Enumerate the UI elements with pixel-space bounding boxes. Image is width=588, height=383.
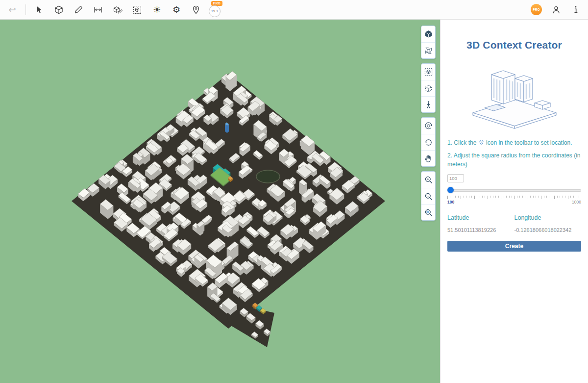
slider-ticks (447, 196, 581, 199)
magnifier-plus-icon (424, 175, 433, 184)
pro-ribbon: PRO (211, 1, 222, 6)
radius-slider[interactable] (447, 187, 581, 194)
undo-button[interactable]: ↩ (4, 1, 21, 18)
longitude-label: Longitude (514, 214, 582, 221)
select-cube-icon (424, 67, 433, 77)
version-number: 19.1 (209, 5, 220, 17)
context-illustration (447, 57, 581, 130)
create-button[interactable]: Create (447, 241, 581, 252)
step2-text: 2. Adjust the square radius from the coo… (447, 151, 581, 169)
slider-thumb[interactable] (447, 187, 454, 193)
zoom-window-button[interactable] (421, 188, 435, 204)
longitude-block: Longitude -0.12618066018022342 (514, 214, 582, 233)
coordinates: Latitude 51.50101113819226 Longitude -0.… (447, 214, 581, 233)
measure-tool-button[interactable] (90, 1, 106, 18)
info-button[interactable] (567, 1, 584, 18)
city-model[interactable] (0, 20, 440, 383)
orbit-icon (424, 121, 433, 130)
panel-title: 3D Context Creator (447, 39, 581, 51)
draw-tool-button[interactable] (70, 1, 87, 18)
info-icon (571, 5, 581, 15)
rotate-view-button[interactable] (421, 134, 435, 150)
slider-max-label: 1000 (572, 200, 581, 204)
version-badge[interactable]: PRO 19.1 (207, 1, 223, 19)
measure-icon (93, 5, 103, 15)
settings-button[interactable]: ⚙ (168, 1, 185, 18)
slider-min-label: 100 (447, 200, 454, 204)
unfold-view-button[interactable] (421, 42, 435, 58)
orbit-button[interactable] (421, 118, 435, 134)
pencil-icon (74, 5, 83, 15)
step1-prefix: 1. Click the (447, 139, 476, 146)
select-cube-icon (132, 5, 142, 15)
magnifier-cube-icon (424, 208, 433, 217)
hand-icon (424, 154, 433, 163)
set-location-button[interactable] (188, 1, 204, 18)
unfold-icon (424, 46, 433, 55)
navigation-group (421, 117, 436, 167)
sun-settings-button[interactable]: ☀ (148, 1, 165, 18)
pro-badge[interactable]: PRO (531, 4, 542, 15)
walk-icon (424, 100, 433, 109)
slider-track[interactable] (447, 189, 581, 192)
app-window: ↩ ☀ ⚙ PRO 19.1 (0, 0, 588, 383)
model-tool-button[interactable] (50, 1, 67, 18)
slider-scale: 100 1000 (447, 200, 581, 204)
solid-cube-icon (424, 29, 433, 39)
cursor-icon (34, 5, 44, 15)
radius-input[interactable] (447, 174, 464, 182)
main-area: 3D Context Creator (0, 20, 588, 383)
cube-edit-icon (113, 5, 122, 15)
gear-icon: ⚙ (172, 5, 180, 14)
latitude-value: 51.50101113819226 (447, 227, 514, 233)
undo-icon: ↩ (8, 5, 16, 14)
location-pin-icon (478, 139, 485, 146)
cube-dashed-icon (424, 84, 433, 93)
account-button[interactable] (548, 1, 564, 18)
step1-suffix: icon in the toolbar to set location. (486, 139, 572, 146)
select-object-button[interactable] (421, 64, 435, 80)
edit-model-tool-button[interactable] (109, 1, 126, 18)
cube-icon (54, 5, 64, 15)
sun-icon: ☀ (153, 5, 161, 14)
toolbar-divider (25, 4, 26, 15)
zoom-group (421, 171, 436, 221)
view-mode-group (421, 26, 436, 59)
account-icon (551, 5, 561, 15)
top-toolbar: ↩ ☀ ⚙ PRO 19.1 (0, 0, 588, 20)
latitude-block: Latitude 51.50101113819226 (447, 214, 514, 233)
selection-group (421, 63, 436, 113)
zoom-in-button[interactable] (421, 172, 435, 188)
select-tool-button[interactable] (31, 1, 48, 18)
pan-button[interactable] (421, 150, 435, 166)
context-creator-panel: 3D Context Creator (440, 20, 588, 383)
viewport-3d (0, 20, 440, 383)
zoom-extents-button[interactable] (421, 204, 435, 220)
latitude-label: Latitude (447, 214, 514, 221)
solid-view-button[interactable] (421, 26, 435, 42)
rotate-icon (424, 138, 433, 147)
viewport-toolbar (421, 26, 436, 221)
step1-text: 1. Click the icon in the toolbar to set … (447, 138, 581, 148)
magnifier-window-icon (424, 192, 433, 201)
longitude-value: -0.12618066018022342 (514, 227, 582, 233)
walkthrough-button[interactable] (421, 96, 435, 112)
select-part-button[interactable] (421, 80, 435, 96)
select-box-tool-button[interactable] (129, 1, 146, 18)
location-pin-icon (191, 5, 201, 15)
